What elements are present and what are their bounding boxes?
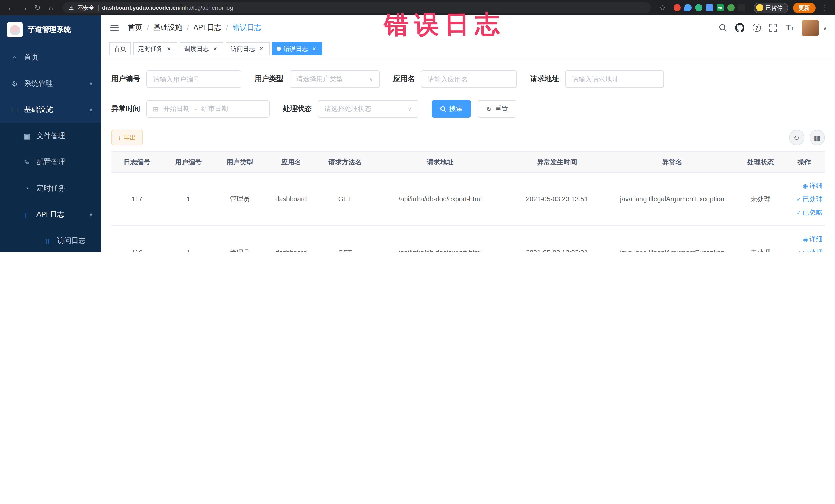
breadcrumb: 首页 / 基础设施 / API 日志 / 错误日志 — [128, 23, 261, 32]
profile-paused-badge[interactable]: 已暂停 — [753, 2, 788, 13]
tab-access-log[interactable]: 访问日志 × — [226, 42, 269, 56]
request-url-input[interactable] — [565, 70, 664, 88]
processed-link[interactable]: ✓ 已处理 — [796, 246, 823, 252]
chrome-menu-icon[interactable]: ⋮ — [819, 2, 830, 13]
breadcrumb-infrastructure[interactable]: 基础设施 — [154, 23, 182, 32]
sidebar-item-file-management[interactable]: ▣ 文件管理 — [0, 123, 101, 149]
table-row: 116 1 管理员 dashboard GET /api/infra/db-do… — [111, 226, 825, 252]
help-icon[interactable]: ? — [753, 24, 761, 32]
detail-link[interactable]: ◉ 详细 — [803, 233, 823, 246]
home-icon[interactable]: ⌂ — [45, 2, 57, 13]
url-path: /infra/log/api-error-log — [179, 5, 233, 11]
document-icon: ▯ — [43, 237, 52, 245]
ignored-label: 已忽略 — [803, 206, 823, 219]
detail-link[interactable]: ◉ 详细 — [803, 179, 823, 192]
font-size-icon[interactable]: TT — [786, 23, 794, 32]
chevron-up-icon: ∧ — [89, 107, 93, 113]
fullscreen-icon[interactable] — [769, 24, 777, 32]
sidebar-item-api-log[interactable]: ▯ API 日志 ∧ — [0, 201, 101, 227]
bookmark-star-icon[interactable]: ☆ — [657, 2, 668, 13]
menu-label: 系统管理 — [24, 79, 53, 88]
address-bar[interactable]: ⚠ 不安全 dashboard.yudao.iocoder.cn/infra/l… — [63, 2, 651, 13]
refresh-button[interactable]: ↻ — [789, 130, 804, 145]
header-actions: ? TT ∨ — [719, 19, 827, 36]
tab-error-log[interactable]: 错误日志 × — [272, 42, 322, 56]
avatar-caret-icon[interactable]: ∨ — [823, 25, 827, 31]
filter-process-status: 处理状态 请选择处理状态 ∨ — [283, 100, 419, 118]
extension-icon[interactable] — [727, 4, 734, 11]
breadcrumb-home[interactable]: 首页 — [128, 23, 142, 32]
app-logo[interactable]: 芋道管理系统 — [0, 15, 101, 44]
update-button[interactable]: 更新 — [793, 2, 815, 13]
ignored-link[interactable]: ✓ 已忽略 — [796, 206, 823, 219]
processed-link[interactable]: ✓ 已处理 — [796, 192, 823, 206]
gear-icon: ⚙ — [10, 79, 19, 87]
tab-scheduled-tasks[interactable]: 定时任务 × — [134, 42, 177, 56]
extension-icon[interactable] — [695, 4, 702, 11]
cell-actions: ◉ 详细 ✓ 已处理 ✓ 已忽略 — [784, 172, 825, 226]
column-settings-button[interactable]: ▦ — [809, 130, 825, 145]
github-icon[interactable] — [735, 23, 745, 32]
sidebar-item-home[interactable]: ⌂ 首页 — [0, 44, 101, 70]
sidebar-item-infrastructure[interactable]: ▤ 基础设施 ∧ — [0, 97, 101, 123]
select-placeholder: 请选择用户类型 — [296, 75, 343, 84]
col-user-type: 用户类型 — [214, 152, 265, 172]
close-icon[interactable]: × — [165, 45, 172, 53]
process-status-select[interactable]: 请选择处理状态 ∨ — [318, 100, 419, 118]
cell-request-url: /api/infra/db-doc/export-html — [373, 226, 507, 252]
user-id-input[interactable] — [146, 70, 241, 88]
sidebar-item-access-log[interactable]: ▯ 访问日志 — [0, 227, 101, 252]
sidebar-item-system-management[interactable]: ⚙ 系统管理 ∨ — [0, 70, 101, 97]
grid-icon: ▤ — [10, 105, 19, 114]
breadcrumb-api-log[interactable]: API 日志 — [194, 23, 222, 32]
col-log-id: 日志编号 — [111, 152, 163, 172]
extension-icon[interactable]: on — [716, 4, 724, 11]
sidebar-item-config-management[interactable]: ✎ 配置管理 — [0, 149, 101, 175]
logo-image — [7, 22, 23, 38]
extension-icon[interactable] — [673, 4, 680, 11]
update-label: 更新 — [798, 4, 810, 12]
filter-request-url: 请求地址 — [530, 70, 664, 88]
app-title: 芋道管理系统 — [28, 25, 71, 35]
extension-icon[interactable] — [706, 4, 713, 11]
sidebar: 芋道管理系统 ⌂ 首页 ⚙ 系统管理 ∨ ▤ 基础设施 ∧ — [0, 15, 101, 252]
chevron-up-icon: ∧ — [89, 211, 93, 217]
reset-label: 重置 — [495, 104, 508, 114]
tab-home[interactable]: 首页 — [109, 42, 131, 56]
cell-user-id: 1 — [163, 226, 214, 252]
eye-icon: ◉ — [803, 179, 808, 192]
col-status: 处理状态 — [737, 152, 784, 172]
filter-app-name: 应用名 — [393, 70, 517, 88]
extension-icon[interactable] — [684, 4, 691, 11]
table-header: 日志编号 用户编号 用户类型 应用名 请求方法名 请求地址 异常发生时间 异常名… — [111, 152, 825, 172]
close-icon[interactable]: × — [311, 45, 318, 53]
col-method: 请求方法名 — [317, 152, 373, 172]
date-range-picker[interactable]: ⊞ 开始日期 - 结束日期 — [146, 100, 269, 118]
start-date-placeholder: 开始日期 — [163, 104, 190, 114]
close-icon[interactable]: × — [258, 45, 265, 53]
tab-label: 首页 — [114, 44, 126, 53]
tab-schedule-log[interactable]: 调度日志 × — [180, 42, 223, 56]
check-icon: ✓ — [796, 246, 801, 252]
check-icon: ✓ — [796, 192, 801, 206]
chevron-down-icon: ∨ — [408, 105, 412, 112]
search-icon[interactable] — [719, 24, 727, 32]
reload-icon[interactable]: ↻ — [32, 2, 43, 13]
forward-icon[interactable]: → — [19, 2, 30, 13]
user-avatar[interactable] — [802, 19, 819, 36]
menu-collapse-icon[interactable] — [109, 23, 120, 33]
extension-icon[interactable] — [738, 4, 745, 11]
reset-button[interactable]: ↻ 重置 — [478, 100, 516, 118]
sidebar-item-scheduled-tasks[interactable]: ◔ 定时任务 — [0, 175, 101, 201]
close-icon[interactable]: × — [211, 45, 219, 53]
back-icon[interactable]: ← — [5, 2, 16, 13]
search-button[interactable]: 搜索 — [432, 100, 471, 118]
table-toolbar: ↓ 导出 ↻ ▦ — [111, 130, 825, 145]
user-type-select[interactable]: 请选择用户类型 ∨ — [289, 70, 380, 88]
menu-label: API 日志 — [37, 210, 64, 219]
export-button[interactable]: ↓ 导出 — [111, 130, 143, 145]
app-name-input[interactable] — [421, 70, 517, 88]
cell-status: 未处理 — [737, 226, 784, 252]
select-placeholder: 请选择处理状态 — [324, 104, 371, 114]
chevron-down-icon: ∨ — [89, 81, 93, 86]
